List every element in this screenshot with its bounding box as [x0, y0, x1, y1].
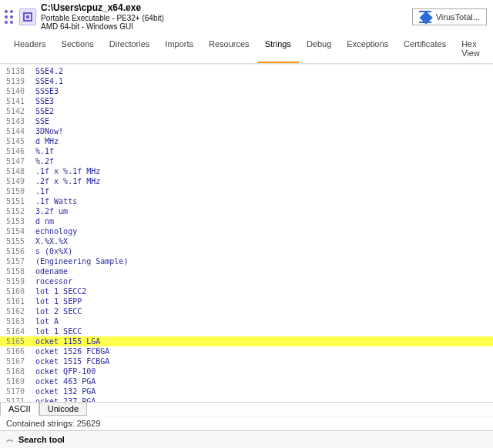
string-offset: 5149 — [6, 176, 35, 186]
string-text: 3DNow! — [35, 126, 63, 136]
status-bar: Contained strings: 25629 — [0, 416, 493, 430]
string-offset: 5143 — [6, 116, 35, 126]
string-text: ocket 463 PGA — [35, 376, 96, 386]
encoding-tab-ascii[interactable]: ASCII — [0, 403, 39, 416]
string-row[interactable]: 5149 .2f x %.1f MHz — [0, 176, 493, 186]
string-row[interactable]: 5156 s (0x%X) — [0, 246, 493, 256]
string-text: lot 1 SEPP — [35, 296, 82, 306]
file-path: C:\Users\cpuz_x64.exe — [41, 3, 407, 14]
string-offset: 5169 — [6, 376, 35, 386]
string-row[interactable]: 5150 .1f — [0, 186, 493, 196]
string-offset: 5168 — [6, 366, 35, 376]
string-text: lot 1 SECC2 — [35, 286, 86, 296]
tab-imports[interactable]: Imports — [157, 36, 201, 63]
string-row[interactable]: 5170 ocket 132 PGA — [0, 386, 493, 396]
tab-exceptions[interactable]: Exceptions — [339, 36, 396, 63]
string-offset: 5161 — [6, 296, 35, 306]
string-row[interactable]: 5154 echnology — [0, 226, 493, 236]
string-row[interactable]: 5164 lot 1 SECC — [0, 326, 493, 336]
string-text: SSSE3 — [35, 86, 59, 96]
string-text: lot 2 SECC — [35, 306, 82, 316]
string-row[interactable]: 5158 odename — [0, 266, 493, 276]
virustotal-button[interactable]: VirusTotal... — [412, 8, 487, 25]
string-row[interactable]: 5161 lot 1 SEPP — [0, 296, 493, 306]
string-offset: 5144 — [6, 126, 35, 136]
tab-certificates[interactable]: Certificates — [396, 36, 454, 63]
string-offset: 5146 — [6, 146, 35, 156]
string-text: X.%X.%X — [35, 236, 68, 246]
string-offset: 5152 — [6, 206, 35, 216]
string-offset: 5138 — [6, 66, 35, 76]
pe-type: Portable Executable - PE32+ (64bit) — [41, 14, 407, 23]
string-text: .1f Watts — [35, 196, 77, 206]
string-row[interactable]: 5139 SSE4.1 — [0, 76, 493, 86]
string-row[interactable]: 5138 SSE4.2 — [0, 66, 493, 76]
string-row[interactable]: 5145 d MHz — [0, 136, 493, 146]
tab-headers[interactable]: Headers — [6, 36, 54, 63]
string-text: ocket 132 PGA — [35, 386, 96, 396]
string-text: SSE4.1 — [35, 76, 63, 86]
string-offset: 5141 — [6, 96, 35, 106]
string-row[interactable]: 5157 (Engineering Sample) — [0, 256, 493, 266]
string-offset: 5139 — [6, 76, 35, 86]
string-offset: 5154 — [6, 226, 35, 236]
string-offset: 5163 — [6, 316, 35, 326]
string-row[interactable]: 5142 SSE2 — [0, 106, 493, 116]
pe-file-icon — [19, 8, 36, 25]
string-row[interactable]: 5160 lot 1 SECC2 — [0, 286, 493, 296]
string-text: ocket 237 PGA — [35, 396, 96, 402]
string-text: (Engineering Sample) — [35, 256, 128, 266]
string-text: odename — [35, 266, 68, 276]
string-row[interactable]: 5165 ocket 1155 LGA — [0, 336, 493, 346]
status-count: 25629 — [77, 419, 101, 428]
app-menu-dots[interactable] — [5, 10, 13, 24]
string-offset: 5156 — [6, 246, 35, 256]
string-row[interactable]: 5166 ocket 1526 FCBGA — [0, 346, 493, 356]
tab-hex-view[interactable]: Hex View — [454, 36, 488, 63]
tab-resources[interactable]: Resources — [201, 36, 257, 63]
string-offset: 5165 — [6, 336, 35, 346]
string-offset: 5150 — [6, 186, 35, 196]
string-row[interactable]: 5152 3.2f um — [0, 206, 493, 216]
strings-list[interactable]: 5138 SSE4.25139 SSE4.15140 SSSE35141 SSE… — [0, 64, 493, 402]
string-text: %.2f — [35, 156, 54, 166]
string-text: .2f x %.1f MHz — [35, 176, 100, 186]
string-row[interactable]: 5171 ocket 237 PGA — [0, 396, 493, 402]
string-text: ocket 1155 LGA — [35, 336, 100, 346]
string-row[interactable]: 5151 .1f Watts — [0, 196, 493, 206]
string-row[interactable]: 5147 %.2f — [0, 156, 493, 166]
string-offset: 5171 — [6, 396, 35, 402]
string-text: lot A — [35, 316, 59, 326]
string-row[interactable]: 5153 d nm — [0, 216, 493, 226]
encoding-tab-unicode[interactable]: Unicode — [39, 403, 87, 416]
string-text: .1f — [35, 186, 49, 196]
string-text: ocket 1526 FCBGA — [35, 346, 109, 356]
string-row[interactable]: 5148 .1f x %.1f MHz — [0, 166, 493, 176]
string-text: SSE — [35, 116, 49, 126]
virustotal-icon — [419, 11, 431, 23]
string-row[interactable]: 5155 X.%X.%X — [0, 236, 493, 246]
tab-sections[interactable]: Sections — [54, 36, 102, 63]
string-offset: 5157 — [6, 256, 35, 266]
string-text: ocket QFP-100 — [35, 366, 96, 376]
string-row[interactable]: 5140 SSSE3 — [0, 86, 493, 96]
string-row[interactable]: 5144 3DNow! — [0, 126, 493, 136]
string-row[interactable]: 5143 SSE — [0, 116, 493, 126]
main-tabs: HeadersSectionsDirectoriesImportsResourc… — [0, 36, 493, 64]
string-row[interactable]: 5167 ocket 1515 FCBGA — [0, 356, 493, 366]
string-row[interactable]: 5169 ocket 463 PGA — [0, 376, 493, 386]
string-row[interactable]: 5168 ocket QFP-100 — [0, 366, 493, 376]
string-offset: 5151 — [6, 196, 35, 206]
string-row[interactable]: 5162 lot 2 SECC — [0, 306, 493, 316]
string-text: 3.2f um — [35, 206, 68, 216]
string-row[interactable]: 5163 lot A — [0, 316, 493, 326]
tab-directories[interactable]: Directories — [102, 36, 158, 63]
tab-debug[interactable]: Debug — [299, 36, 339, 63]
string-row[interactable]: 5146 %.1f — [0, 146, 493, 156]
string-row[interactable]: 5141 SSE3 — [0, 96, 493, 106]
string-row[interactable]: 5159 rocessor — [0, 276, 493, 286]
string-offset: 5162 — [6, 306, 35, 316]
tab-strings[interactable]: Strings — [257, 36, 299, 63]
search-tool-bar[interactable]: ︿ Search tool — [0, 430, 493, 448]
string-offset: 5145 — [6, 136, 35, 146]
